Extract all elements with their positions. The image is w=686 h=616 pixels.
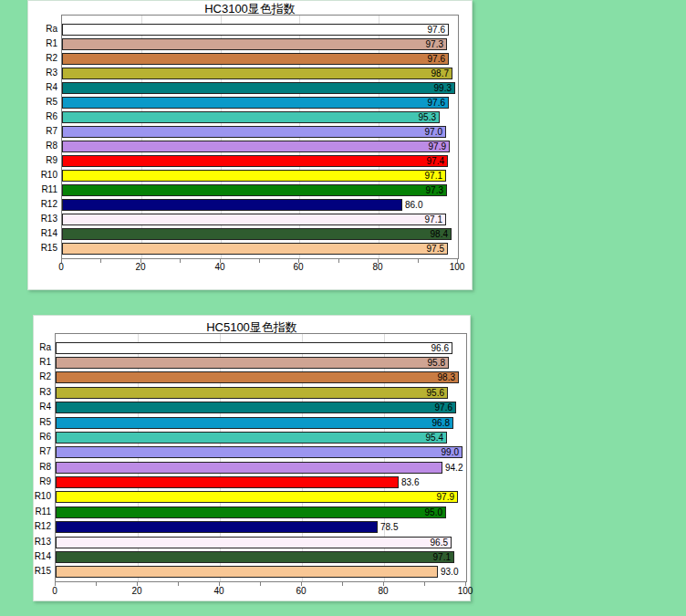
x-axis-tick [259, 258, 260, 263]
page-background: HC3100显色指数97.697.397.698.799.397.695.397… [0, 0, 686, 616]
x-axis-tick-label: 60 [293, 262, 303, 272]
value-label: 97.6 [62, 97, 445, 109]
bar [56, 521, 378, 533]
category-label: R3 [34, 386, 51, 398]
category-label: R12 [28, 198, 57, 210]
bar-row: 78.5 [56, 521, 466, 533]
value-label: 96.8 [56, 417, 450, 429]
category-label: Ra [28, 23, 57, 35]
x-axis-tick-label: 40 [213, 586, 223, 596]
chart-panel-hc5100: HC5100显色指数96.695.898.395.697.696.895.499… [33, 315, 471, 601]
x-axis-tick-label: 100 [458, 586, 473, 596]
category-label: R2 [28, 52, 57, 64]
bar [62, 199, 402, 211]
value-label: 95.3 [62, 111, 436, 123]
x-axis-tick-label: 40 [214, 262, 224, 272]
value-label: 96.6 [56, 342, 449, 354]
bar-row: 95.6 [56, 387, 466, 399]
bar-row: 97.4 [62, 155, 458, 167]
bar-row: 95.8 [56, 357, 466, 369]
bar-row: 97.5 [62, 243, 458, 255]
value-label: 98.4 [62, 228, 448, 240]
category-label: R11 [28, 183, 57, 195]
bar-row: 98.7 [62, 68, 458, 79]
category-label: R1 [34, 356, 51, 368]
category-label: R10 [34, 490, 51, 502]
value-label: 95.0 [56, 506, 442, 518]
value-label: 97.5 [62, 243, 444, 255]
x-axis-tick [338, 258, 339, 263]
value-label: 97.9 [56, 491, 454, 503]
x-axis-tick-label: 20 [131, 586, 141, 596]
x-axis-tick [260, 581, 261, 586]
category-label: R12 [34, 520, 51, 532]
bar-row: 96.6 [56, 342, 466, 354]
category-label: R13 [28, 213, 57, 224]
bar-row: 99.0 [56, 446, 466, 458]
bar-row: 86.0 [62, 199, 458, 211]
bar-row: 98.3 [56, 371, 466, 383]
category-label: Ra [34, 341, 51, 353]
x-axis-tick [342, 581, 343, 586]
bar-row: 97.6 [62, 24, 458, 36]
category-label: R8 [28, 140, 57, 151]
bar-row: 93.0 [56, 566, 466, 578]
value-label: 95.4 [56, 432, 443, 444]
bar [56, 462, 442, 474]
x-axis-tick-label: 100 [450, 262, 465, 272]
value-label: 98.3 [56, 371, 455, 383]
category-label: R9 [28, 154, 57, 166]
value-label: 98.7 [62, 68, 449, 79]
value-label: 97.4 [62, 155, 444, 167]
bar-row: 97.3 [62, 184, 458, 196]
bar-row: 95.0 [56, 506, 466, 518]
value-label: 99.3 [62, 82, 452, 94]
category-label: R13 [34, 536, 51, 548]
x-axis-tick-label: 80 [372, 262, 382, 272]
category-label: R10 [28, 169, 57, 181]
x-axis-tick [96, 581, 97, 586]
value-label: 97.1 [62, 170, 442, 182]
category-label: R11 [34, 506, 51, 517]
bar-row: 95.4 [56, 432, 466, 444]
bar-row: 99.3 [62, 82, 458, 94]
bar-row: 96.5 [56, 537, 466, 548]
bar-row: 98.4 [62, 228, 458, 240]
value-label: 97.1 [56, 551, 451, 563]
category-label: R2 [34, 371, 51, 382]
category-label: R8 [34, 461, 51, 473]
value-label: 97.6 [56, 402, 452, 413]
value-label: 99.0 [56, 446, 459, 458]
category-label: R14 [34, 550, 51, 562]
bar-row: 97.6 [62, 97, 458, 109]
value-label: 95.6 [56, 387, 444, 399]
plot-area: 97.697.397.698.799.397.695.397.097.997.4… [61, 15, 459, 259]
value-label: 93.0 [441, 566, 458, 578]
category-label: R7 [28, 125, 57, 137]
value-label: 97.3 [62, 184, 443, 196]
bar-row: 95.3 [62, 111, 458, 123]
category-label: R1 [28, 37, 57, 49]
bar [56, 476, 399, 488]
value-label: 97.3 [62, 38, 443, 50]
x-axis-tick-label: 20 [135, 262, 145, 272]
category-label: R4 [34, 401, 51, 412]
category-label: R5 [28, 96, 57, 108]
category-label: R3 [28, 67, 57, 78]
bar-row: 97.6 [62, 53, 458, 65]
category-label: R5 [34, 416, 51, 428]
bar-row: 97.3 [62, 38, 458, 50]
bar-row: 97.1 [56, 551, 466, 563]
value-label: 96.5 [56, 537, 448, 548]
value-label: 97.6 [62, 53, 445, 65]
x-axis-tick [178, 581, 179, 586]
value-label: 97.0 [62, 126, 442, 138]
category-label: R9 [34, 475, 51, 487]
x-axis-tick [180, 258, 181, 263]
x-axis-tick [424, 581, 425, 586]
value-label: 86.0 [405, 199, 422, 211]
bar-row: 97.9 [62, 141, 458, 152]
value-label: 97.1 [62, 214, 442, 225]
bar-row: 97.9 [56, 491, 466, 503]
category-label: R6 [28, 110, 57, 122]
